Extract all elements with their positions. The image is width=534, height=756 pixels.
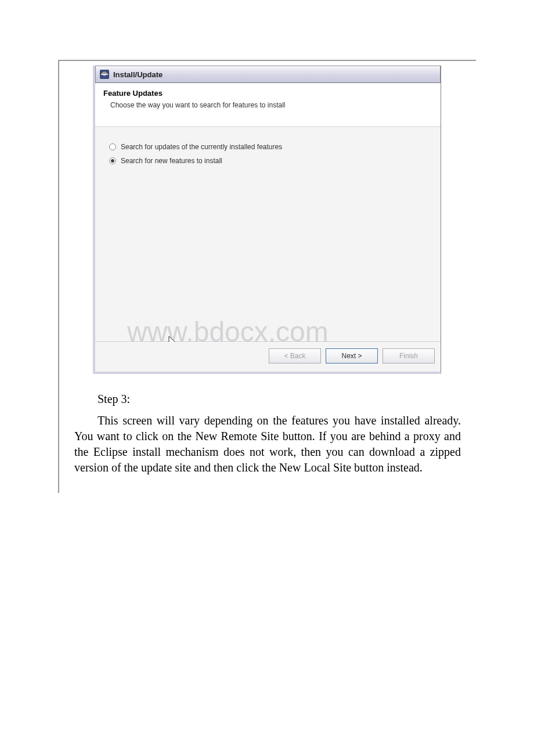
wizard-content: Search for updates of the currently inst… bbox=[95, 127, 441, 342]
radio-search-installed[interactable]: Search for updates of the currently inst… bbox=[109, 143, 427, 151]
button-label: Finish bbox=[399, 352, 418, 360]
radio-unchecked-icon bbox=[109, 143, 116, 150]
wizard-button-bar: < Back Next > Finish bbox=[95, 342, 441, 372]
wizard-description: Choose the way you want to search for fe… bbox=[110, 101, 432, 109]
radio-checked-icon bbox=[109, 157, 116, 164]
wizard-header: Feature Updates Choose the way you want … bbox=[95, 83, 441, 127]
radio-label: Search for new features to install bbox=[121, 157, 222, 165]
document-text: Step 3: This screen will vary depending … bbox=[74, 391, 461, 476]
instruction-paragraph: This screen will vary depending on the f… bbox=[74, 413, 461, 476]
step-label: Step 3: bbox=[74, 391, 461, 407]
wizard-title: Feature Updates bbox=[103, 89, 432, 98]
finish-button[interactable]: Finish bbox=[383, 348, 435, 363]
eclipse-icon bbox=[99, 69, 110, 80]
radio-label: Search for updates of the currently inst… bbox=[121, 143, 282, 151]
title-bar: Install/Update bbox=[95, 66, 441, 83]
next-button[interactable]: Next > bbox=[326, 348, 378, 363]
radio-search-new[interactable]: Search for new features to install bbox=[109, 157, 427, 165]
document-frame: Install/Update Feature Updates Choose th… bbox=[58, 60, 476, 493]
title-bar-text: Install/Update bbox=[113, 70, 163, 79]
back-button[interactable]: < Back bbox=[269, 348, 321, 363]
button-label: Next > bbox=[341, 352, 362, 360]
svg-rect-2 bbox=[101, 74, 108, 75]
install-update-dialog: Install/Update Feature Updates Choose th… bbox=[93, 66, 441, 374]
button-label: < Back bbox=[284, 352, 305, 360]
